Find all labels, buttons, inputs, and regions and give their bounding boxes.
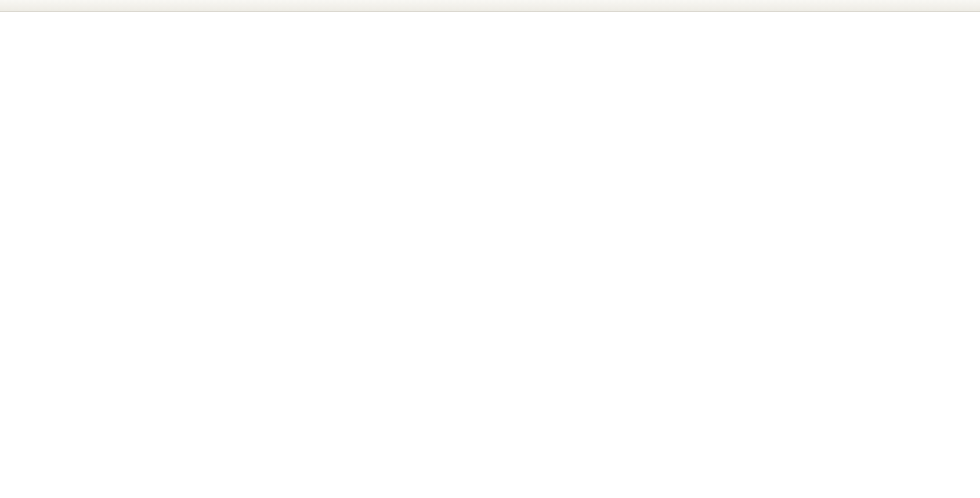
chart-area[interactable] [0,12,980,498]
terminal-window [0,0,980,498]
main-toolbar [0,0,980,12]
